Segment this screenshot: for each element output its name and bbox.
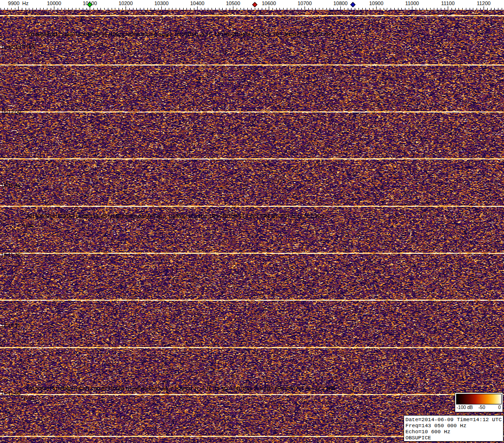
freq-tick bbox=[226, 8, 226, 10]
freq-tick bbox=[279, 8, 280, 10]
freq-tick bbox=[104, 8, 105, 10]
freq-tick bbox=[365, 8, 366, 10]
info-line: Freq=143 050 000 Hz bbox=[405, 423, 502, 429]
freq-tick bbox=[54, 7, 54, 10]
freq-tick bbox=[72, 8, 73, 10]
freq-tick-label: 10500 bbox=[226, 0, 240, 6]
freq-tick bbox=[287, 8, 287, 10]
freq-tick bbox=[437, 8, 438, 10]
freq-tick bbox=[262, 8, 262, 10]
freq-tick bbox=[212, 8, 212, 10]
freq-tick bbox=[0, 8, 1, 10]
freq-tick bbox=[384, 8, 384, 10]
freq-tick bbox=[344, 8, 345, 10]
freq-tick bbox=[308, 8, 309, 10]
status-info-box: Date=2014-06-09 Time=14:12 UTCFreq=143 0… bbox=[404, 415, 504, 442]
freq-tick bbox=[326, 8, 327, 10]
freq-tick bbox=[4, 8, 5, 10]
freq-tick-label: 10800 bbox=[333, 0, 348, 6]
freq-tick bbox=[158, 8, 159, 10]
freq-tick-label: 11100 bbox=[441, 0, 455, 6]
freq-tick bbox=[477, 8, 477, 10]
freq-tick bbox=[140, 8, 140, 10]
freq-tick bbox=[119, 8, 119, 10]
freq-tick-label: 10300 bbox=[154, 0, 169, 6]
meteor-spectrogram-window: 9900 Hz100001010010200103001040010500106… bbox=[0, 0, 504, 443]
freq-tick bbox=[258, 8, 259, 10]
freq-tick bbox=[362, 8, 363, 10]
freq-tick-label: 10900 bbox=[369, 0, 384, 6]
freq-tick bbox=[93, 8, 94, 10]
freq-tick bbox=[323, 8, 323, 10]
freq-tick bbox=[416, 8, 416, 10]
info-line: OBSUPICE bbox=[405, 435, 502, 441]
freq-tick bbox=[426, 8, 427, 10]
freq-tick bbox=[201, 8, 201, 10]
freq-tick bbox=[11, 8, 12, 10]
freq-tick bbox=[186, 8, 187, 10]
freq-tick bbox=[455, 8, 456, 10]
freq-tick bbox=[283, 8, 284, 10]
freq-tick bbox=[312, 8, 312, 10]
freq-tick bbox=[179, 8, 180, 10]
freq-tick bbox=[255, 8, 255, 10]
freq-tick bbox=[441, 8, 441, 10]
freq-tick bbox=[462, 8, 463, 10]
freq-tick bbox=[269, 7, 269, 10]
freq-tick bbox=[151, 8, 151, 10]
freq-tick bbox=[51, 8, 51, 10]
freq-tick bbox=[86, 8, 87, 10]
freq-tick bbox=[444, 8, 445, 10]
freq-tick bbox=[319, 8, 319, 10]
spectrogram-canvas[interactable] bbox=[0, 10, 504, 443]
freq-tick bbox=[301, 8, 302, 10]
freq-tick-label: 11200 bbox=[477, 0, 491, 6]
freq-tick bbox=[215, 8, 216, 10]
freq-tick bbox=[265, 8, 266, 10]
freq-tick bbox=[244, 8, 244, 10]
freq-marker-red-diamond[interactable] bbox=[252, 2, 257, 7]
freq-tick bbox=[40, 8, 40, 10]
info-line: Echo=10 600 Hz bbox=[405, 429, 502, 435]
freq-tick bbox=[305, 7, 305, 10]
freq-tick bbox=[169, 8, 169, 10]
freq-tick bbox=[76, 8, 76, 10]
freq-tick bbox=[144, 8, 144, 10]
freq-tick bbox=[294, 8, 294, 10]
freq-tick bbox=[401, 8, 402, 10]
freq-tick bbox=[126, 7, 126, 10]
freq-tick bbox=[251, 8, 252, 10]
freq-tick bbox=[61, 8, 62, 10]
freq-tick bbox=[65, 8, 65, 10]
freq-tick bbox=[147, 8, 148, 10]
freq-tick bbox=[491, 8, 491, 10]
freq-tick bbox=[22, 8, 22, 10]
freq-tick bbox=[237, 8, 237, 10]
freq-tick bbox=[337, 8, 338, 10]
freq-marker-blue-diamond[interactable] bbox=[351, 2, 356, 7]
db-gradient-bar bbox=[456, 394, 502, 404]
freq-tick bbox=[247, 8, 248, 10]
freq-tick bbox=[498, 8, 498, 10]
freq-tick bbox=[419, 8, 420, 10]
freq-tick bbox=[7, 8, 8, 10]
freq-tick bbox=[423, 8, 423, 10]
freq-tick-label: 10700 bbox=[298, 0, 312, 6]
freq-tick bbox=[291, 8, 291, 10]
freq-tick bbox=[494, 8, 495, 10]
freq-tick bbox=[330, 8, 330, 10]
freq-tick bbox=[208, 8, 208, 10]
freq-tick bbox=[405, 8, 405, 10]
db-min-label: -100 dB bbox=[457, 405, 473, 410]
freq-tick bbox=[355, 8, 355, 10]
freq-tick bbox=[83, 8, 83, 10]
db-color-scale: -100 dB -50 0 bbox=[455, 392, 503, 412]
freq-tick bbox=[133, 8, 133, 10]
freq-tick bbox=[172, 8, 172, 10]
freq-tick bbox=[391, 8, 391, 10]
freq-tick bbox=[394, 8, 395, 10]
freq-tick bbox=[219, 8, 219, 10]
freq-tick-label: 11000 bbox=[405, 0, 419, 6]
freq-tick bbox=[458, 8, 459, 10]
freq-tick bbox=[240, 8, 241, 10]
